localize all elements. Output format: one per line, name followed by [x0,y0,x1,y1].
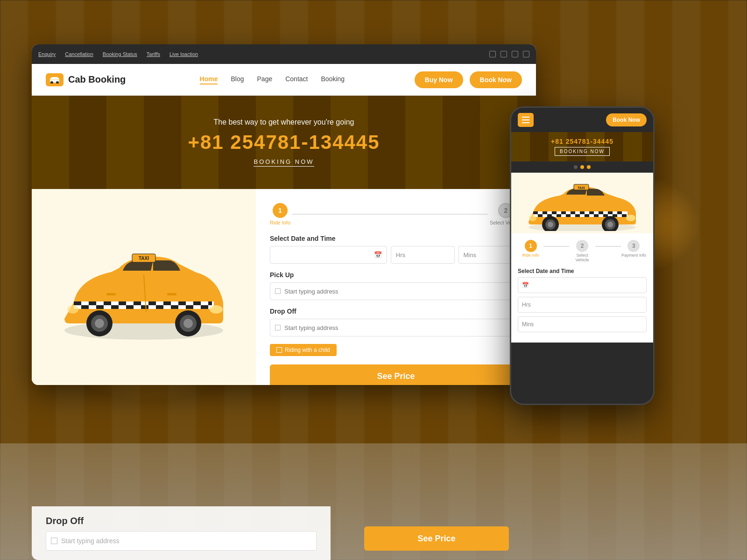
pickup-input-wrap[interactable] [270,282,522,300]
mobile-book-now-button[interactable]: Book Now [606,113,647,126]
hero-phone: +81 254781-134445 [188,131,380,154]
nav-tariffs[interactable]: Tariffs [147,51,160,57]
dropoff-checkbox[interactable] [275,325,281,330]
desktop-browser-mockup: Enquiry Cancellation Booking Status Tari… [32,44,536,385]
svg-rect-88 [571,214,575,217]
svg-rect-9 [89,301,96,305]
svg-rect-33 [126,305,134,309]
pickup-checkbox[interactable] [275,288,281,294]
mobile-menu-button[interactable] [518,113,534,127]
svg-rect-94 [599,214,603,217]
bottom-see-price-button[interactable]: See Price [364,526,509,551]
site-header: Cab Booking Home Blog Page Contact Booki… [32,64,536,96]
m-step-1-wrap: 1 Ride Info [518,240,543,258]
svg-rect-32 [119,305,126,309]
bottom-checkbox[interactable] [51,538,57,544]
nav-blog[interactable]: Blog [231,75,244,84]
m-calendar-icon: 📅 [522,282,529,288]
dropoff-address-input[interactable] [284,324,517,331]
child-checkbox-inner [276,347,282,353]
steps-indicator: 1 Ride Info 2 Select Vehicle [270,203,522,225]
svg-rect-12 [111,301,119,305]
svg-rect-66 [561,211,566,214]
window-icon-3[interactable] [512,51,518,57]
svg-point-109 [529,215,536,221]
svg-rect-77 [613,211,617,214]
svg-rect-39 [171,305,178,309]
nav-home[interactable]: Home [200,75,218,84]
taxi-image-panel: TAXI [32,189,256,385]
dropoff-input-wrap[interactable] [270,319,522,336]
svg-rect-74 [599,211,603,214]
m-hrs-input[interactable]: Hrs [518,297,647,313]
svg-rect-87 [566,214,571,217]
svg-rect-29 [96,305,104,309]
svg-rect-92 [589,214,594,217]
svg-rect-76 [608,211,613,214]
nav-page[interactable]: Page [257,75,273,84]
m-date-input[interactable]: 📅 [518,277,647,293]
svg-rect-98 [617,214,622,217]
svg-rect-35 [141,305,148,309]
mobile-booking-cta[interactable]: BOOKING NOW [555,147,610,156]
mobile-hero: +81 254781-34445 BOOKING NOW [511,132,653,161]
see-price-button[interactable]: See Price [270,364,522,385]
svg-rect-21 [178,301,186,305]
hamburger-line-1 [522,117,529,118]
m-step-1-label: Ride Info [522,253,539,258]
svg-text:TAXI: TAXI [139,256,149,261]
svg-rect-57 [106,293,116,295]
nav-booking-status[interactable]: Booking Status [103,51,137,57]
svg-point-45 [210,305,223,314]
hrs-input[interactable]: Hrs [391,246,455,264]
hamburger-line-3 [522,122,529,123]
nav-enquiry[interactable]: Enquiry [38,51,56,57]
hero-subtitle: The best way to get wherever you're goin… [214,118,354,126]
pickup-label: Pick Up [270,271,522,279]
nav-live-location[interactable]: Live loaction [169,51,198,57]
nav-contact[interactable]: Contact [285,75,308,84]
svg-rect-65 [557,211,561,214]
svg-rect-69 [575,211,580,214]
m-step-3-wrap: 3 Payment Info [621,240,647,258]
svg-rect-75 [603,211,608,214]
nav-booking[interactable]: Booking [321,75,345,84]
svg-rect-64 [552,211,557,214]
svg-rect-81 [538,214,543,217]
svg-rect-25 [208,301,212,305]
svg-rect-61 [538,211,543,214]
dropoff-label: Drop Off [270,308,522,315]
bottom-dropoff-input[interactable]: Start typing address [46,531,317,551]
svg-rect-24 [201,301,208,305]
logo-area: Cab Booking [46,73,130,86]
pickup-address-input[interactable] [284,288,517,295]
main-nav: Home Blog Page Contact Booking [130,75,415,84]
svg-rect-37 [156,305,163,309]
svg-rect-11 [104,301,111,305]
svg-rect-68 [571,211,575,214]
m-step-3-circle: 3 [627,240,640,252]
dot-2[interactable] [580,165,584,169]
svg-rect-63 [547,211,552,214]
svg-rect-4 [49,79,60,80]
date-time-row: 📅 Hrs Mins [270,246,522,264]
date-input-field[interactable]: 📅 [270,246,387,264]
dot-3[interactable] [587,165,591,169]
svg-rect-28 [89,305,96,309]
hero-cta[interactable]: BOOKING NOW [254,158,314,167]
book-now-header-button[interactable]: Book Now [470,71,522,88]
m-mins-input[interactable]: Mins [518,316,647,332]
buy-now-button[interactable]: Buy Now [415,71,463,88]
svg-rect-13 [119,301,126,305]
window-icon-1[interactable] [489,51,496,57]
window-icon-2[interactable] [500,51,507,57]
m-step-line-1 [543,246,569,247]
svg-point-49 [95,319,104,328]
nav-cancellation[interactable]: Cancellation [65,51,93,57]
window-icon-4[interactable] [523,51,529,57]
dot-1[interactable] [574,165,578,169]
svg-rect-31 [111,305,119,309]
child-checkbox-row: Riding with a child [270,344,522,356]
child-checkbox-button[interactable]: Riding with a child [270,344,337,356]
booking-area: TAXI 1 Ride Info 2 Sel [32,189,536,385]
